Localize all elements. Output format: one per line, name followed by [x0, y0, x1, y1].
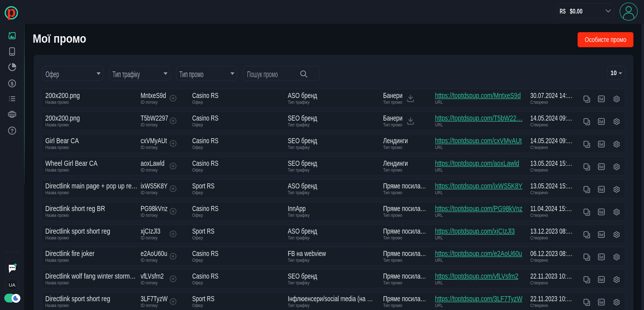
- svg-text:p: p: [7, 6, 16, 20]
- svg-text:?: ?: [10, 128, 14, 134]
- svg-text:NEWS: NEWS: [9, 113, 16, 116]
- svg-text:$: $: [11, 81, 13, 86]
